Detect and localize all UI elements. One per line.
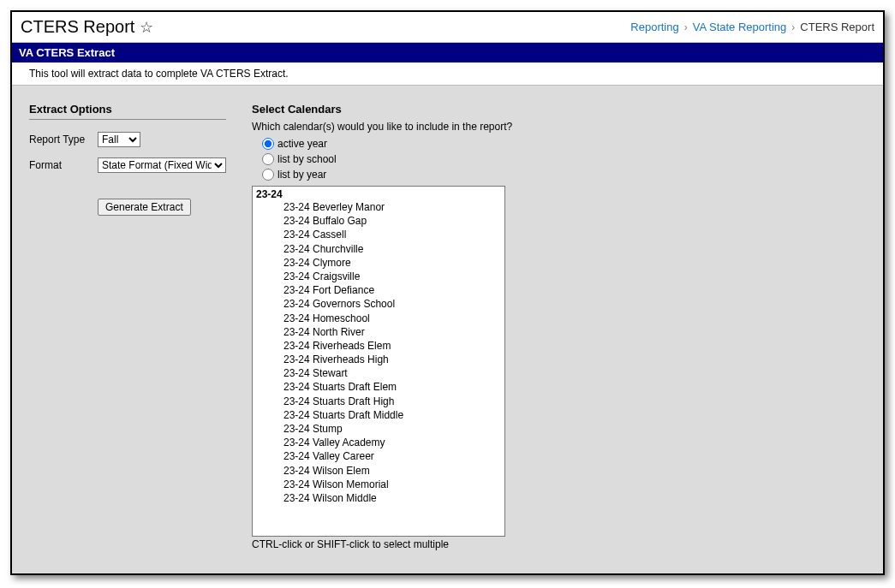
radio-active-year-input[interactable]	[262, 138, 274, 150]
multiselect-hint: CTRL-click or SHIFT-click to select mult…	[252, 538, 866, 550]
extract-options-panel: Extract Options Report Type Fall Format …	[29, 103, 226, 216]
calendar-item[interactable]: 23-24 Beverley Manor	[253, 200, 504, 214]
calendar-item[interactable]: 23-24 Stuarts Draft High	[253, 395, 504, 408]
calendars-panel: Select Calendars Which calendar(s) would…	[252, 103, 866, 550]
calendar-item[interactable]: 23-24 Stuarts Draft Middle	[253, 408, 504, 422]
calendar-item[interactable]: 23-24 Clymore	[253, 256, 504, 270]
breadcrumb-current: CTERS Report	[800, 21, 874, 33]
format-label: Format	[29, 159, 98, 171]
favorite-star-icon[interactable]: ☆	[140, 18, 153, 37]
app-window: CTERS Report ☆ Reporting › VA State Repo…	[10, 10, 885, 575]
calendar-item[interactable]: 23-24 Riverheads High	[253, 353, 504, 366]
calendar-scope-radio-group: active year list by school list by year	[262, 138, 866, 181]
chevron-right-icon: ›	[791, 21, 795, 33]
radio-list-by-year-label: list by year	[277, 169, 326, 181]
section-title-bar: VA CTERS Extract	[12, 43, 883, 62]
calendar-item[interactable]: 23-24 North River	[253, 325, 504, 339]
content-area: Extract Options Report Type Fall Format …	[12, 86, 883, 567]
radio-list-by-year-input[interactable]	[262, 169, 274, 181]
calendar-item[interactable]: 23-24 Valley Academy	[253, 436, 504, 449]
header-left: CTERS Report ☆	[21, 17, 153, 37]
calendar-year-header[interactable]: 23-24	[253, 188, 504, 200]
calendar-item[interactable]: 23-24 Stewart	[253, 366, 504, 380]
radio-list-by-school-label: list by school	[277, 153, 337, 165]
extract-options-heading: Extract Options	[29, 103, 226, 120]
calendar-item[interactable]: 23-24 Craigsville	[253, 270, 504, 283]
calendars-prompt: Which calendar(s) would you like to incl…	[252, 121, 866, 133]
report-type-select[interactable]: Fall	[98, 132, 140, 147]
report-type-label: Report Type	[29, 134, 98, 146]
calendar-listbox[interactable]: 23-24 23-24 Beverley Manor23-24 Buffalo …	[252, 186, 505, 537]
calendar-item[interactable]: 23-24 Governors School	[253, 297, 504, 311]
calendar-item[interactable]: 23-24 Wilson Elem	[253, 464, 504, 478]
format-select[interactable]: State Format (Fixed Width)	[98, 157, 226, 173]
generate-extract-button[interactable]: Generate Extract	[98, 199, 191, 216]
description-text: This tool will extract data to complete …	[12, 62, 883, 86]
breadcrumb: Reporting › VA State Reporting › CTERS R…	[630, 21, 874, 33]
calendar-item[interactable]: 23-24 Riverheads Elem	[253, 339, 504, 353]
chevron-right-icon: ›	[684, 21, 688, 33]
calendar-item[interactable]: 23-24 Wilson Middle	[253, 491, 504, 505]
calendar-item[interactable]: 23-24 Churchville	[253, 242, 504, 256]
calendar-item[interactable]: 23-24 Cassell	[253, 228, 504, 241]
radio-list-by-year[interactable]: list by year	[262, 169, 866, 181]
radio-active-year-label: active year	[277, 138, 327, 150]
calendar-item[interactable]: 23-24 Stuarts Draft Elem	[253, 380, 504, 394]
calendar-item[interactable]: 23-24 Wilson Memorial	[253, 478, 504, 491]
calendar-item[interactable]: 23-24 Homeschool	[253, 312, 504, 325]
report-type-row: Report Type Fall	[29, 132, 226, 147]
breadcrumb-link-va-state[interactable]: VA State Reporting	[693, 21, 787, 33]
calendar-item[interactable]: 23-24 Buffalo Gap	[253, 214, 504, 228]
radio-list-by-school[interactable]: list by school	[262, 153, 866, 165]
page-title: CTERS Report	[21, 17, 134, 37]
select-calendars-heading: Select Calendars	[252, 103, 866, 116]
radio-list-by-school-input[interactable]	[262, 153, 274, 165]
calendar-item[interactable]: 23-24 Fort Defiance	[253, 283, 504, 297]
page-header: CTERS Report ☆ Reporting › VA State Repo…	[12, 12, 883, 43]
calendar-item[interactable]: 23-24 Stump	[253, 422, 504, 436]
format-row: Format State Format (Fixed Width)	[29, 157, 226, 173]
breadcrumb-link-reporting[interactable]: Reporting	[630, 21, 678, 33]
calendar-item[interactable]: 23-24 Valley Career	[253, 449, 504, 463]
radio-active-year[interactable]: active year	[262, 138, 866, 150]
